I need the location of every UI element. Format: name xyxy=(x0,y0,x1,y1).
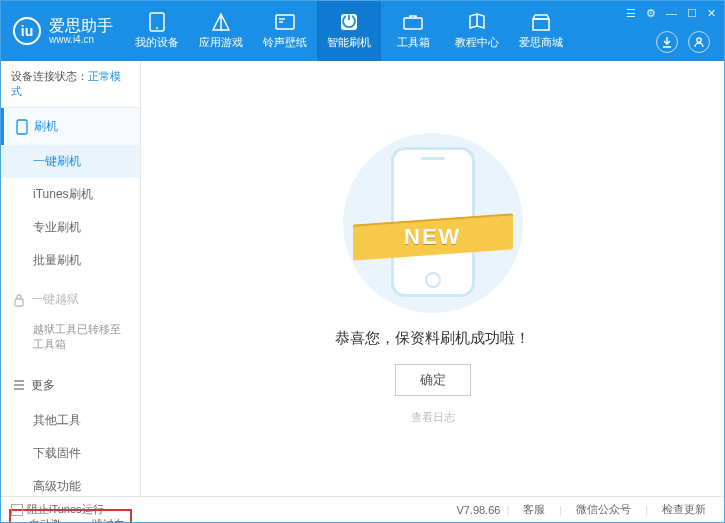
brand-name: 爱思助手 xyxy=(49,17,113,35)
brand-url: www.i4.cn xyxy=(49,34,113,45)
menu-icon[interactable]: ☰ xyxy=(626,7,636,20)
tab-ringtones[interactable]: 铃声壁纸 xyxy=(253,1,317,61)
checkbox-icon: ✓ xyxy=(11,504,23,516)
tab-label: 我的设备 xyxy=(135,35,179,50)
tab-my-devices[interactable]: 我的设备 xyxy=(125,1,189,61)
apps-icon xyxy=(211,12,231,32)
tab-label: 爱思商城 xyxy=(519,35,563,50)
list-icon xyxy=(13,380,25,390)
svg-point-6 xyxy=(697,38,701,42)
store-icon xyxy=(531,12,551,32)
tab-label: 教程中心 xyxy=(455,35,499,50)
user-icon[interactable] xyxy=(688,31,710,53)
group-label: 一键越狱 xyxy=(31,291,79,308)
connection-status: 设备连接状态：正常模式 xyxy=(1,61,140,108)
sidebar-item-batch[interactable]: 批量刷机 xyxy=(1,244,140,277)
sidebar-group-jailbreak: 一键越狱 xyxy=(1,281,140,318)
minimize-icon[interactable]: — xyxy=(666,7,677,20)
titlebar: iu 爱思助手 www.i4.cn 我的设备 应用游戏 铃声壁纸 智能刷机 xyxy=(1,1,724,61)
chk-block-itunes[interactable]: ✓ 阻止iTunes运行 xyxy=(11,502,104,517)
tab-label: 应用游戏 xyxy=(199,35,243,50)
group-label: 刷机 xyxy=(34,118,58,135)
settings-icon[interactable]: ⚙ xyxy=(646,7,656,20)
tab-smart-flash[interactable]: 智能刷机 xyxy=(317,1,381,61)
download-icon[interactable] xyxy=(656,31,678,53)
window-controls: ☰ ⚙ — ☐ ✕ xyxy=(626,7,716,20)
sidebar-item-itunes[interactable]: iTunes刷机 xyxy=(1,178,140,211)
app-window: iu 爱思助手 www.i4.cn 我的设备 应用游戏 铃声壁纸 智能刷机 xyxy=(0,0,725,523)
tab-store[interactable]: 爱思商城 xyxy=(509,1,573,61)
group-label: 更多 xyxy=(31,377,55,394)
conn-label: 设备连接状态： xyxy=(11,70,88,82)
svg-point-1 xyxy=(156,27,158,29)
logo: iu 爱思助手 www.i4.cn xyxy=(1,17,125,46)
svg-rect-8 xyxy=(15,299,23,306)
toolbox-icon xyxy=(403,12,423,32)
sidebar-item-firmware[interactable]: 下载固件 xyxy=(1,437,140,470)
chk-label: 阻止iTunes运行 xyxy=(27,502,104,517)
flash-icon xyxy=(339,12,359,32)
svg-rect-4 xyxy=(404,18,422,29)
version-label: V7.98.66 xyxy=(456,504,500,516)
sidebar-group-more[interactable]: 更多 xyxy=(1,367,140,404)
sidebar-item-pro[interactable]: 专业刷机 xyxy=(1,211,140,244)
view-log-link[interactable]: 查看日志 xyxy=(411,410,455,425)
book-icon xyxy=(467,12,487,32)
maximize-icon[interactable]: ☐ xyxy=(687,7,697,20)
header-actions xyxy=(656,31,710,53)
sidebar-group-flash[interactable]: 刷机 xyxy=(1,108,140,145)
svg-rect-5 xyxy=(533,19,549,30)
sidebar-item-onekey[interactable]: 一键刷机 xyxy=(1,145,140,178)
update-link[interactable]: 检查更新 xyxy=(654,502,714,517)
ribbon-text: NEW xyxy=(404,224,461,250)
close-icon[interactable]: ✕ xyxy=(707,7,716,20)
success-message: 恭喜您，保资料刷机成功啦！ xyxy=(335,329,530,348)
tab-tutorials[interactable]: 教程中心 xyxy=(445,1,509,61)
device-icon xyxy=(147,12,167,32)
tab-label: 工具箱 xyxy=(397,35,430,50)
wechat-link[interactable]: 微信公众号 xyxy=(568,502,639,517)
sidebar-item-other[interactable]: 其他工具 xyxy=(1,404,140,437)
tab-label: 智能刷机 xyxy=(327,35,371,50)
tab-label: 铃声壁纸 xyxy=(263,35,307,50)
svg-rect-2 xyxy=(276,15,294,29)
svg-rect-7 xyxy=(17,120,27,134)
success-illustration: NEW xyxy=(343,133,523,313)
jailbreak-note: 越狱工具已转移至工具箱 xyxy=(1,318,140,363)
sidebar: 设备连接状态：正常模式 刷机 一键刷机 iTunes刷机 专业刷机 批量刷机 一… xyxy=(1,61,141,496)
tab-toolbox[interactable]: 工具箱 xyxy=(381,1,445,61)
wallpaper-icon xyxy=(275,12,295,32)
ok-button[interactable]: 确定 xyxy=(395,364,471,396)
main-panel: NEW 恭喜您，保资料刷机成功啦！ 确定 查看日志 xyxy=(141,61,724,496)
tab-apps-games[interactable]: 应用游戏 xyxy=(189,1,253,61)
body: 设备连接状态：正常模式 刷机 一键刷机 iTunes刷机 专业刷机 批量刷机 一… xyxy=(1,61,724,496)
statusbar: ✓ 阻止iTunes运行 V7.98.66 | 客服 | 微信公众号 | 检查更… xyxy=(1,496,724,522)
lock-icon xyxy=(13,293,25,307)
support-link[interactable]: 客服 xyxy=(515,502,553,517)
logo-icon: iu xyxy=(13,17,41,45)
phone-icon xyxy=(16,119,28,135)
top-tabs: 我的设备 应用游戏 铃声壁纸 智能刷机 工具箱 教程中心 xyxy=(125,1,573,61)
